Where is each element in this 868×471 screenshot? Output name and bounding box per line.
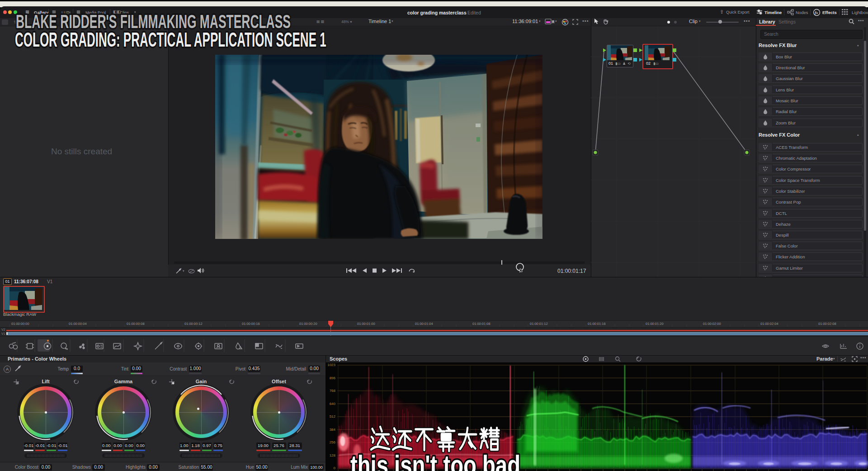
svg-text:fx: fx: [815, 10, 818, 15]
svg-text:this isn't too bad: this isn't too bad: [350, 449, 520, 471]
svg-text:COLOR GRADING: PRACTICAL APPLI: COLOR GRADING: PRACTICAL APPLICATION SCE…: [15, 29, 326, 51]
